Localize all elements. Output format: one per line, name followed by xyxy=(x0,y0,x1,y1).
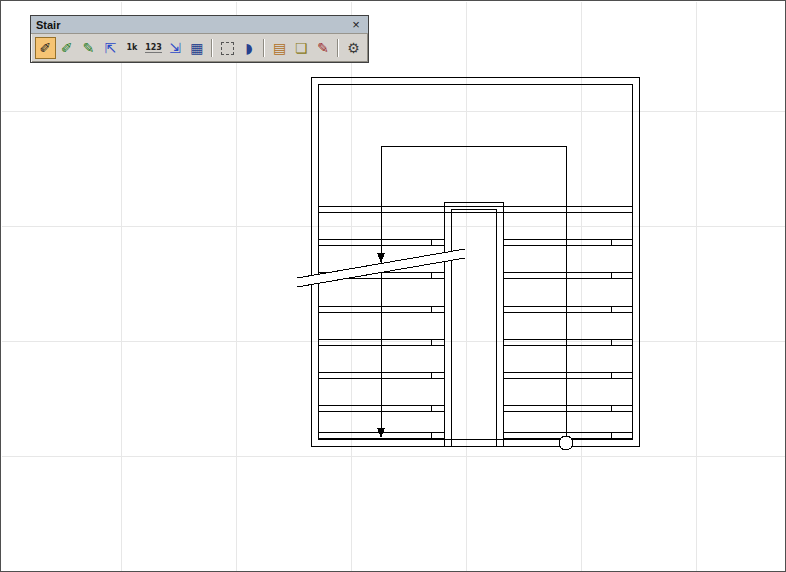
walking-line-markers xyxy=(377,253,573,450)
toolbar-titlebar[interactable]: Stair × xyxy=(31,16,368,34)
numbering-tool[interactable]: 123 xyxy=(143,37,164,59)
123-icon: 123 xyxy=(145,44,162,53)
application-window: Stair × ✐✐✎⇱1k123⇲▦◗▤❏✎⚙ xyxy=(0,0,786,572)
toolbar-separator xyxy=(211,39,213,57)
arrow-up-left-icon: ⇱ xyxy=(104,41,116,55)
draw-landing-tool[interactable]: ✎ xyxy=(78,37,99,59)
toolbar-icons: ✐✐✎⇱1k123⇲▦◗▤❏✎⚙ xyxy=(31,34,368,62)
half-circle-icon: ◗ xyxy=(245,41,252,55)
close-icon[interactable]: × xyxy=(349,18,363,32)
extract-parameters-tool[interactable]: ⇲ xyxy=(165,37,186,59)
green-pen-icon: ✐ xyxy=(61,41,73,55)
start-circle xyxy=(559,436,573,450)
toolbar-title: Stair xyxy=(36,19,349,31)
grid-lines xyxy=(2,2,786,572)
draw-stair-polyline-tool[interactable]: ✐ xyxy=(57,37,78,59)
green-pencil-icon: ✎ xyxy=(83,41,95,55)
dashed-box-icon xyxy=(221,42,234,55)
pen-icon: ✐ xyxy=(39,41,51,55)
gears-icon: ⚙ xyxy=(347,41,360,55)
arrow-down-right-icon: ⇲ xyxy=(169,41,181,55)
drawing-canvas[interactable] xyxy=(1,1,786,572)
document-icon: ❏ xyxy=(295,41,308,55)
stair-settings-tool[interactable]: ⚙ xyxy=(343,37,364,59)
marquee-tool[interactable] xyxy=(217,37,238,59)
stair-toolbar: Stair × ✐✐✎⇱1k123⇲▦◗▤❏✎⚙ xyxy=(30,15,369,63)
grid-icon: ▦ xyxy=(190,41,203,55)
bar-chart-icon: ▤ xyxy=(273,41,286,55)
riser-height-tool[interactable]: 1k xyxy=(122,37,143,59)
1k-icon: 1k xyxy=(126,44,137,52)
inject-parameters-tool[interactable]: ⇱ xyxy=(100,37,121,59)
edit-stair-tool[interactable]: ✎ xyxy=(313,37,334,59)
stair-levels-tool[interactable]: ▤ xyxy=(269,37,290,59)
new-stair-tool[interactable]: ❏ xyxy=(291,37,312,59)
toolbar-separator xyxy=(263,39,265,57)
walking-line xyxy=(381,146,566,436)
draw-stair-tool[interactable]: ✐ xyxy=(35,37,56,59)
document-edit-icon: ✎ xyxy=(317,41,329,55)
mirror-tool[interactable]: ◗ xyxy=(239,37,260,59)
toolbar-separator xyxy=(337,39,339,57)
stair-plan[interactable] xyxy=(311,77,639,446)
stair-schedule-tool[interactable]: ▦ xyxy=(186,37,207,59)
